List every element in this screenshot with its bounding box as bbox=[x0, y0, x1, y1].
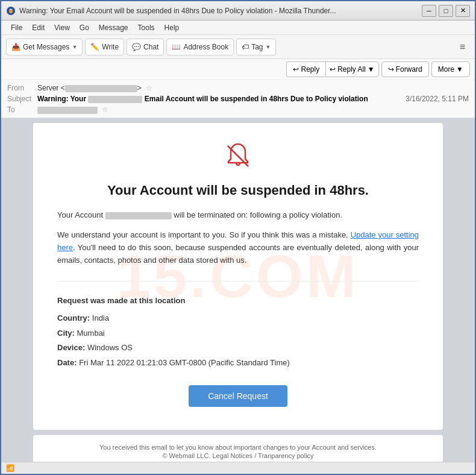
svg-point-1 bbox=[9, 10, 13, 13]
email-date: 3/16/2022, 5:11 PM bbox=[406, 95, 469, 103]
get-messages-dropdown-icon[interactable]: ▼ bbox=[72, 44, 77, 50]
menu-message[interactable]: Message bbox=[94, 22, 133, 33]
footer-line1: You received this email to let you know … bbox=[40, 444, 436, 451]
from-star-icon[interactable]: ☆ bbox=[146, 84, 152, 92]
chat-label: Chat bbox=[143, 43, 158, 51]
email-meta: From Server <> ☆ Subject Warning: Your E… bbox=[1, 80, 475, 118]
window-title: Warning: Your Email Account will be susp… bbox=[19, 7, 422, 15]
menu-edit[interactable]: Edit bbox=[27, 22, 49, 33]
country-label: Country: bbox=[57, 313, 90, 322]
minimize-button[interactable]: ─ bbox=[422, 5, 436, 17]
country-row: Country: India bbox=[57, 311, 419, 326]
maximize-button[interactable]: □ bbox=[439, 5, 453, 17]
device-row: Device: Windows OS bbox=[57, 341, 419, 356]
write-label: Write bbox=[102, 43, 119, 51]
tag-dropdown-icon[interactable]: ▼ bbox=[266, 44, 271, 50]
cancel-btn-container: Cancel Request bbox=[57, 385, 419, 407]
menu-view[interactable]: View bbox=[49, 22, 75, 33]
address-book-button[interactable]: 📖 Address Book bbox=[166, 39, 234, 55]
reply-label: Reply bbox=[301, 65, 319, 74]
city-value: Mumbai bbox=[77, 329, 105, 338]
get-messages-button[interactable]: 📥 Get Messages ▼ bbox=[6, 39, 83, 55]
hamburger-button[interactable]: ≡ bbox=[455, 39, 470, 55]
get-messages-label: Get Messages bbox=[23, 43, 69, 51]
to-star-icon[interactable]: ☆ bbox=[102, 105, 108, 114]
write-button[interactable]: ✏️ Write bbox=[85, 39, 124, 55]
email-body-card: 15.COM Your Account will be suspended in… bbox=[33, 123, 443, 430]
city-row: City: Mumbai bbox=[57, 326, 419, 341]
request-title: Request was made at this location bbox=[57, 294, 419, 309]
forward-icon: ↪ bbox=[388, 65, 394, 74]
app-icon bbox=[6, 6, 16, 16]
address-book-icon: 📖 bbox=[172, 43, 181, 51]
menu-help[interactable]: Help bbox=[160, 22, 184, 33]
bell-crossed-icon bbox=[223, 141, 253, 171]
cancel-request-button[interactable]: Cancel Request bbox=[189, 385, 287, 407]
email-action-toolbar: ↩ Reply ↩ Reply All ▼ ↪ Forward More ▼ bbox=[1, 59, 475, 80]
email-header: ↩ Reply ↩ Reply All ▼ ↪ Forward More ▼ bbox=[1, 59, 475, 118]
more-label: More bbox=[438, 65, 454, 74]
more-dropdown-icon[interactable]: ▼ bbox=[456, 65, 463, 74]
more-button[interactable]: More ▼ bbox=[431, 61, 470, 77]
email-footer: You received this email to let you know … bbox=[33, 435, 443, 462]
reply-icon: ↩ bbox=[293, 65, 299, 74]
tag-icon: 🏷 bbox=[242, 43, 249, 51]
body-text: We understand your account is important … bbox=[57, 229, 419, 266]
chat-button[interactable]: 💬 Chat bbox=[127, 39, 164, 55]
forward-button[interactable]: ↪ Forward bbox=[381, 61, 429, 77]
main-toolbar: 📥 Get Messages ▼ ✏️ Write 💬 Chat 📖 Addre… bbox=[1, 35, 475, 59]
chat-icon: 💬 bbox=[132, 43, 141, 51]
menu-go[interactable]: Go bbox=[75, 22, 94, 33]
close-button[interactable]: ✕ bbox=[456, 5, 470, 17]
address-book-label: Address Book bbox=[183, 43, 228, 51]
menu-bar: File Edit View Go Message Tools Help bbox=[1, 20, 475, 35]
signal-icon: 📶 bbox=[6, 464, 14, 472]
device-label: Device: bbox=[57, 343, 85, 352]
request-date-value: Fri Mar 11 2022 01:21:03 GMT-0800 (Pacif… bbox=[79, 358, 290, 367]
write-icon: ✏️ bbox=[90, 43, 99, 51]
from-value: Server <> ☆ bbox=[37, 84, 469, 92]
status-bar: 📶 bbox=[1, 462, 475, 474]
tag-label: Tag bbox=[251, 43, 263, 51]
device-value: Windows OS bbox=[87, 343, 133, 352]
content-area[interactable]: 15.COM Your Account will be suspended in… bbox=[1, 118, 475, 462]
forward-label: Forward bbox=[396, 65, 422, 74]
reply-all-dropdown-icon[interactable]: ▼ bbox=[368, 65, 375, 74]
subject-label: Subject bbox=[7, 95, 37, 103]
menu-tools[interactable]: Tools bbox=[133, 22, 160, 33]
account-line: Your Account will be terminated on: foll… bbox=[57, 210, 419, 219]
to-value: ☆ bbox=[37, 105, 469, 114]
suspension-title: Your Account will be suspended in 48hrs. bbox=[57, 183, 419, 198]
envelope-icon: 📥 bbox=[11, 43, 20, 51]
request-date-label: Date: bbox=[57, 358, 77, 367]
reply-button[interactable]: ↩ Reply bbox=[286, 61, 325, 77]
subject-value: Warning: Your Email Account will be susp… bbox=[37, 95, 406, 103]
menu-file[interactable]: File bbox=[6, 22, 27, 33]
date-row: Date: Fri Mar 11 2022 01:21:03 GMT-0800 … bbox=[57, 356, 419, 371]
reply-all-icon: ↩ bbox=[330, 65, 336, 74]
tag-button[interactable]: 🏷 Tag ▼ bbox=[236, 39, 276, 55]
update-link[interactable]: Update your setting here bbox=[57, 230, 419, 252]
city-label: City: bbox=[57, 329, 75, 338]
request-info: Request was made at this location Countr… bbox=[57, 294, 419, 370]
reply-all-button[interactable]: ↩ Reply All ▼ bbox=[325, 61, 379, 77]
to-label: To bbox=[7, 105, 37, 114]
footer-line2: © Webmail LLC. Legal Notices / Tranparen… bbox=[40, 452, 436, 459]
from-label: From bbox=[7, 84, 37, 92]
reply-button-group: ↩ Reply ↩ Reply All ▼ bbox=[286, 61, 378, 77]
bell-icon-container bbox=[57, 141, 419, 173]
reply-all-label: Reply All bbox=[337, 65, 366, 74]
divider bbox=[57, 281, 419, 282]
country-value: India bbox=[92, 313, 109, 322]
